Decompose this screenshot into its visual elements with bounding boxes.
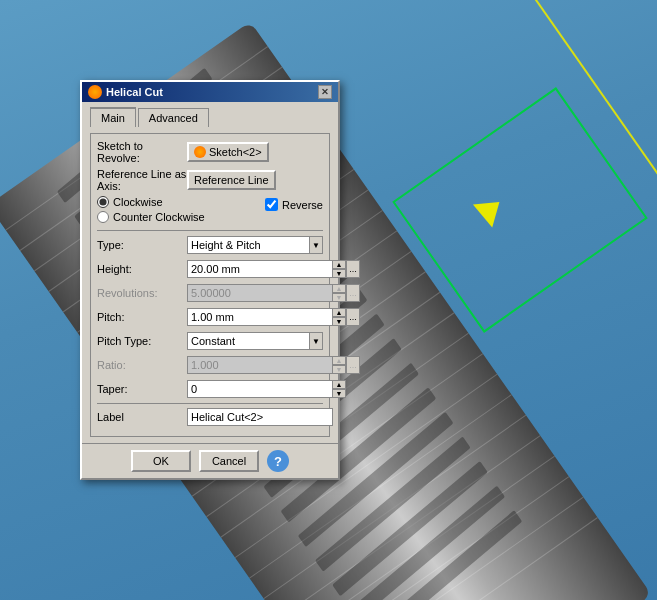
- taper-input[interactable]: [187, 380, 332, 398]
- pitch-dots-button[interactable]: ...: [346, 308, 360, 326]
- pitch-input-group: ▲ ▼: [187, 308, 346, 326]
- revolutions-input-group: ▲ ▼: [187, 284, 346, 302]
- helical-cut-dialog: Helical Cut ✕ Main Advanced Sketch to Re…: [80, 80, 340, 480]
- ratio-dots-button: ...: [346, 356, 360, 374]
- pitch-type-row: Pitch Type: Constant ▼: [97, 331, 323, 351]
- revolutions-dots-button: ...: [346, 284, 360, 302]
- dialog-titlebar: Helical Cut ✕: [82, 82, 338, 102]
- tab-bar: Main Advanced: [90, 108, 330, 127]
- counter-clockwise-row: Counter Clockwise: [97, 211, 205, 223]
- height-spin-up[interactable]: ▲: [332, 260, 346, 269]
- height-spin-buttons: ▲ ▼: [332, 260, 346, 278]
- dialog-footer: OK Cancel ?: [82, 443, 338, 478]
- counter-clockwise-radio[interactable]: [97, 211, 109, 223]
- reverse-checkbox[interactable]: [265, 198, 278, 211]
- type-value: Height & Pitch: [187, 236, 309, 254]
- clockwise-row: Clockwise: [97, 196, 205, 208]
- ratio-label: Ratio:: [97, 359, 187, 371]
- height-dots-button[interactable]: ...: [346, 260, 360, 278]
- reference-button[interactable]: Reference Line: [187, 170, 276, 190]
- pitch-type-dropdown: Constant ▼: [187, 332, 323, 350]
- revolutions-spin-down: ▼: [332, 293, 346, 302]
- height-input[interactable]: [187, 260, 332, 278]
- revolutions-input: [187, 284, 332, 302]
- taper-input-group: ▲ ▼: [187, 380, 346, 398]
- separator-1: [97, 230, 323, 231]
- direction-section: Clockwise Counter Clockwise Reverse: [97, 196, 323, 226]
- dropdown-icon: ▼: [312, 241, 320, 250]
- sketch-value: Sketch<2>: [209, 146, 262, 158]
- pitch-spin-down[interactable]: ▼: [332, 317, 346, 326]
- label-row: Label: [97, 408, 323, 426]
- clockwise-radio[interactable]: [97, 196, 109, 208]
- close-icon: ✕: [321, 87, 329, 97]
- label-label: Label: [97, 411, 187, 423]
- type-dropdown-btn[interactable]: ▼: [309, 236, 323, 254]
- cancel-button[interactable]: Cancel: [199, 450, 259, 472]
- pitch-label: Pitch:: [97, 311, 187, 323]
- pitch-type-dropdown-icon: ▼: [312, 337, 320, 346]
- clockwise-label: Clockwise: [113, 196, 163, 208]
- pitch-row: Pitch: ▲ ▼ ...: [97, 307, 323, 327]
- ok-button[interactable]: OK: [131, 450, 191, 472]
- height-spin-down[interactable]: ▼: [332, 269, 346, 278]
- taper-spin-up[interactable]: ▲: [332, 380, 346, 389]
- sketch-row: Sketch to Revolve: Sketch<2>: [97, 140, 323, 164]
- height-input-group: ▲ ▼: [187, 260, 346, 278]
- counter-clockwise-label: Counter Clockwise: [113, 211, 205, 223]
- revolutions-row: Revolutions: ▲ ▼ ...: [97, 283, 323, 303]
- pitch-spin-buttons: ▲ ▼: [332, 308, 346, 326]
- ok-label: OK: [153, 455, 169, 467]
- title-icon: [88, 85, 102, 99]
- ratio-input: [187, 356, 332, 374]
- pitch-type-dropdown-btn[interactable]: ▼: [309, 332, 323, 350]
- taper-label: Taper:: [97, 383, 187, 395]
- revolutions-spin-up: ▲: [332, 284, 346, 293]
- ratio-input-group: ▲ ▼: [187, 356, 346, 374]
- titlebar-left: Helical Cut: [88, 85, 163, 99]
- pitch-type-value: Constant: [187, 332, 309, 350]
- dialog-body: Main Advanced Sketch to Revolve: Sketch<…: [82, 102, 338, 443]
- reference-row: Reference Line as Axis: Reference Line: [97, 168, 323, 192]
- close-button[interactable]: ✕: [318, 85, 332, 99]
- cancel-label: Cancel: [212, 455, 246, 467]
- ratio-spin-up: ▲: [332, 356, 346, 365]
- pitch-spin-up[interactable]: ▲: [332, 308, 346, 317]
- help-button[interactable]: ?: [267, 450, 289, 472]
- height-row: Height: ▲ ▼ ...: [97, 259, 323, 279]
- ratio-spin-down: ▼: [332, 365, 346, 374]
- type-dropdown: Height & Pitch ▼: [187, 236, 323, 254]
- taper-row: Taper: ▲ ▼ ...: [97, 379, 323, 399]
- reference-label: Reference Line as Axis:: [97, 168, 187, 192]
- sketch-button[interactable]: Sketch<2>: [187, 142, 269, 162]
- tab-advanced[interactable]: Advanced: [138, 108, 209, 127]
- label-input[interactable]: [187, 408, 333, 426]
- reverse-row: Reverse: [265, 198, 323, 211]
- sketch-icon: [194, 146, 206, 158]
- type-label: Type:: [97, 239, 187, 251]
- help-label: ?: [274, 454, 282, 469]
- ratio-row: Ratio: ▲ ▼ ...: [97, 355, 323, 375]
- dialog-title: Helical Cut: [106, 86, 163, 98]
- pitch-type-label: Pitch Type:: [97, 335, 187, 347]
- revolutions-label: Revolutions:: [97, 287, 187, 299]
- type-row: Type: Height & Pitch ▼: [97, 235, 323, 255]
- tab-main[interactable]: Main: [90, 107, 136, 127]
- reverse-label: Reverse: [282, 199, 323, 211]
- pitch-input[interactable]: [187, 308, 332, 326]
- radio-group: Clockwise Counter Clockwise: [97, 196, 205, 226]
- tab-main-content: Sketch to Revolve: Sketch<2> Reference L…: [90, 133, 330, 437]
- height-label: Height:: [97, 263, 187, 275]
- taper-spin-down[interactable]: ▼: [332, 389, 346, 398]
- sketch-label: Sketch to Revolve:: [97, 140, 187, 164]
- revolutions-spin-buttons: ▲ ▼: [332, 284, 346, 302]
- reference-value: Reference Line: [194, 174, 269, 186]
- separator-2: [97, 403, 323, 404]
- ratio-spin-buttons: ▲ ▼: [332, 356, 346, 374]
- taper-spin-buttons: ▲ ▼: [332, 380, 346, 398]
